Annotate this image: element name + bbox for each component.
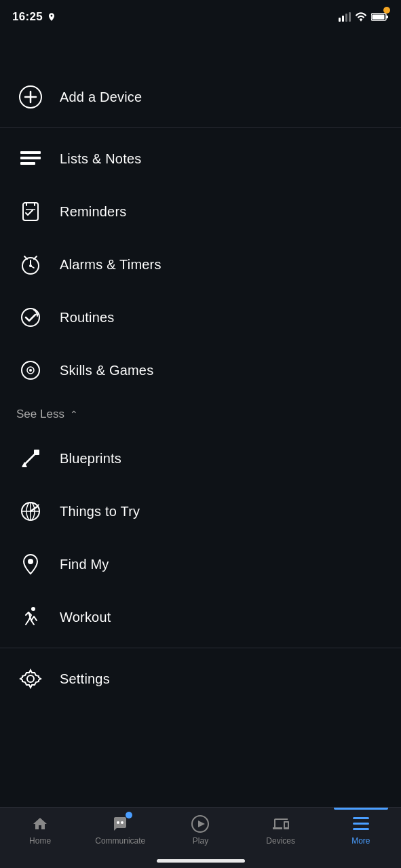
home-nav-label: Home [29, 836, 51, 846]
svg-line-40 [26, 620, 28, 625]
svg-line-41 [31, 620, 34, 625]
play-nav-icon [191, 814, 210, 833]
battery-icon [371, 12, 389, 22]
play-nav-label: Play [193, 836, 208, 846]
svg-rect-5 [386, 16, 388, 18]
workout-item[interactable]: Workout [0, 591, 401, 644]
status-icons [339, 12, 389, 22]
svg-point-23 [22, 309, 39, 326]
svg-point-42 [27, 675, 34, 682]
location-icon [47, 12, 56, 22]
things-to-try-item[interactable]: Things to Try [0, 485, 401, 538]
svg-rect-1 [342, 16, 344, 22]
blueprints-item[interactable]: Blueprints [0, 432, 401, 485]
svg-marker-46 [198, 821, 205, 827]
reminders-item[interactable]: Reminders [0, 185, 401, 238]
find-my-label: Find My [60, 557, 109, 572]
communicate-nav-label: Communicate [95, 836, 145, 846]
blueprints-label: Blueprints [60, 451, 121, 467]
devices-nav-icon [271, 814, 290, 833]
skills-games-icon [16, 356, 45, 384]
settings-label: Settings [60, 671, 110, 687]
svg-rect-48 [353, 823, 369, 825]
routines-label: Routines [60, 310, 115, 326]
svg-rect-11 [20, 157, 41, 159]
things-to-try-label: Things to Try [60, 504, 140, 519]
blueprints-icon [16, 444, 45, 473]
find-my-icon [16, 550, 45, 578]
svg-rect-29 [34, 450, 39, 455]
see-less-button[interactable]: See Less ⌃ [0, 397, 401, 432]
more-nav-label: More [351, 836, 370, 846]
svg-line-21 [24, 256, 27, 259]
menu-container: Add a Device Lists & Notes Reminders [0, 30, 401, 773]
divider-1 [0, 127, 401, 128]
reminders-label: Reminders [60, 204, 127, 220]
svg-rect-2 [345, 14, 347, 22]
add-device-item[interactable]: Add a Device [0, 71, 401, 123]
signal-icon [339, 12, 351, 22]
notification-dot [383, 7, 390, 14]
devices-nav-label: Devices [266, 836, 295, 846]
svg-point-39 [31, 607, 35, 611]
svg-rect-3 [349, 12, 351, 22]
status-time: 16:25 [12, 10, 43, 24]
svg-rect-6 [373, 15, 385, 20]
nav-home[interactable]: Home [13, 814, 67, 846]
communicate-nav-icon [111, 814, 130, 833]
lists-notes-label: Lists & Notes [60, 151, 141, 167]
alarms-timers-label: Alarms & Timers [60, 257, 161, 273]
nav-more[interactable]: More [334, 814, 388, 846]
lists-notes-item[interactable]: Lists & Notes [0, 132, 401, 185]
routines-item[interactable]: Routines [0, 291, 401, 344]
home-indicator [157, 859, 245, 863]
more-active-indicator [334, 808, 388, 810]
home-nav-icon [31, 814, 50, 833]
lists-notes-icon [16, 144, 45, 173]
things-to-try-icon [16, 497, 45, 526]
nav-play[interactable]: Play [173, 814, 227, 846]
svg-point-43 [117, 821, 119, 824]
svg-rect-49 [353, 828, 369, 830]
workout-icon [16, 603, 45, 631]
settings-item[interactable]: Settings [0, 652, 401, 705]
communicate-badge [126, 812, 132, 818]
svg-rect-10 [20, 151, 41, 154]
svg-point-38 [28, 559, 33, 564]
divider-2 [0, 648, 401, 648]
settings-icon [16, 665, 45, 693]
svg-rect-47 [353, 817, 369, 819]
svg-line-22 [34, 256, 37, 259]
skills-games-item[interactable]: Skills & Games [0, 344, 401, 397]
see-less-label: See Less [16, 408, 64, 421]
workout-label: Workout [60, 610, 111, 625]
svg-rect-0 [339, 18, 341, 22]
alarms-timers-item[interactable]: Alarms & Timers [0, 238, 401, 291]
svg-point-44 [121, 821, 123, 824]
add-device-icon [16, 83, 45, 111]
svg-rect-12 [20, 162, 35, 165]
find-my-item[interactable]: Find My [0, 538, 401, 591]
add-device-label: Add a Device [60, 90, 142, 105]
nav-communicate[interactable]: Communicate [93, 814, 147, 846]
status-bar: 16:25 [0, 0, 401, 30]
skills-games-label: Skills & Games [60, 363, 153, 378]
svg-point-27 [29, 369, 32, 372]
more-nav-icon [351, 814, 370, 833]
wifi-icon [355, 12, 367, 22]
chevron-up-icon: ⌃ [70, 409, 78, 420]
nav-devices[interactable]: Devices [254, 814, 308, 846]
routines-icon [16, 303, 45, 332]
alarms-timers-icon [16, 250, 45, 279]
reminders-icon [16, 197, 45, 226]
